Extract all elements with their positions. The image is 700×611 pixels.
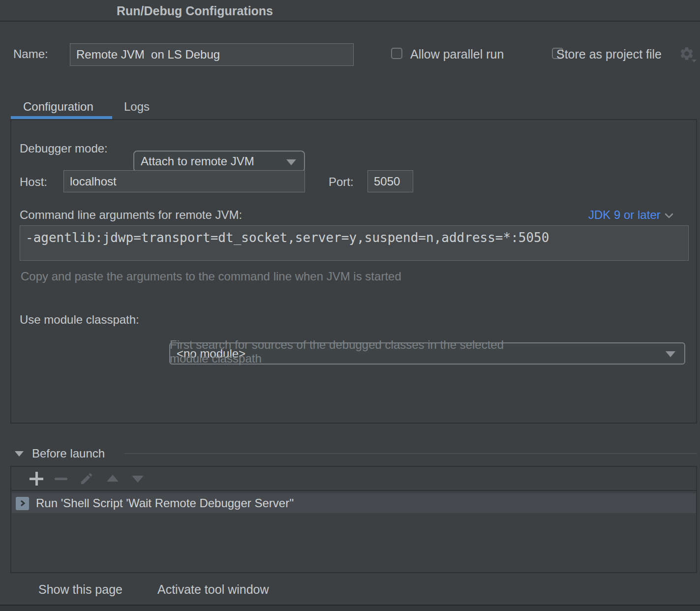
chevron-down-icon (666, 351, 675, 357)
debugger-mode-label: Debugger mode: (20, 142, 108, 155)
host-label: Host: (20, 175, 47, 189)
before-launch-panel: Run 'Shell Script 'Wait Remote Debugger … (10, 466, 697, 573)
name-input[interactable] (70, 43, 354, 66)
name-label: Name: (13, 47, 48, 61)
dialog-title-bar (0, 0, 700, 22)
store-as-project-file-label: Store as project file (556, 47, 662, 61)
shell-script-icon (16, 497, 29, 510)
jdk-version-link[interactable]: JDK 9 or later (588, 208, 672, 222)
module-classpath-hint-line1: First search for sources of the debugged… (170, 338, 504, 352)
edit-task-icon[interactable] (79, 471, 94, 488)
cmdline-hint: Copy and paste the arguments to the comm… (21, 270, 401, 283)
before-launch-task-row[interactable]: Run 'Shell Script 'Wait Remote Debugger … (12, 493, 696, 513)
tab-logs[interactable]: Logs (124, 100, 150, 114)
debugger-mode-select[interactable]: Attach to remote JVM (133, 151, 305, 172)
move-task-down-icon[interactable] (132, 476, 144, 483)
module-classpath-hint-line2: module classpath (170, 352, 262, 366)
port-input[interactable] (367, 170, 413, 192)
remove-task-icon[interactable] (55, 478, 67, 480)
before-launch-task-label: Run 'Shell Script 'Wait Remote Debugger … (36, 496, 294, 510)
before-launch-expander-icon[interactable] (15, 451, 24, 457)
dialog-bottom-edge (0, 605, 700, 611)
activate-tool-window-label: Activate tool window (157, 582, 269, 597)
tab-configuration[interactable]: Configuration (23, 100, 93, 114)
cmdline-label: Command line arguments for remote JVM: (20, 208, 242, 222)
debugger-mode-value: Attach to remote JVM (141, 154, 254, 168)
show-this-page-label: Show this page (38, 582, 122, 597)
move-task-up-icon[interactable] (107, 475, 119, 482)
allow-parallel-run-label: Allow parallel run (410, 47, 504, 61)
before-launch-toolbar (11, 467, 696, 491)
jdk-version-link-label: JDK 9 or later (588, 208, 661, 222)
module-classpath-label: Use module classpath: (20, 313, 139, 327)
dialog-title: Run/Debug Configurations (117, 4, 273, 18)
chevron-down-icon (286, 159, 296, 165)
before-launch-title: Before launch (32, 447, 105, 460)
gear-dropdown-arrow-icon (692, 60, 697, 62)
before-launch-separator (124, 453, 697, 454)
gear-icon[interactable] (679, 46, 695, 63)
allow-parallel-run-checkbox[interactable] (391, 48, 402, 59)
host-input[interactable] (63, 170, 305, 192)
port-label: Port: (329, 175, 354, 189)
cmdline-arguments-field[interactable]: -agentlib:jdwp=transport=dt_socket,serve… (20, 225, 689, 261)
chevron-down-icon (665, 213, 672, 220)
